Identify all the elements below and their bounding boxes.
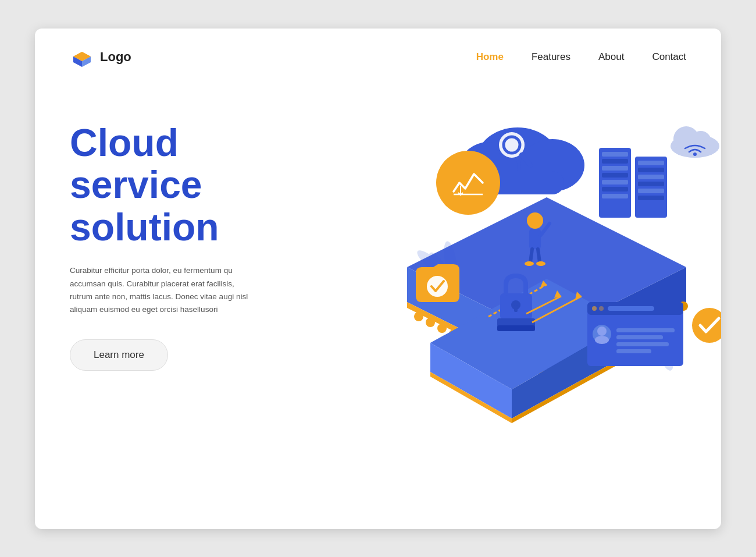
hero-illustration [302,98,686,459]
browser-card [587,302,683,366]
svg-point-74 [527,212,543,229]
hero-section: Cloud service solution Curabitur efficit… [35,81,721,494]
svg-rect-75 [529,229,541,249]
main-nav: Home Features About Contact [476,51,686,63]
hero-description: Curabitur efficitur porta dolor, eu ferm… [70,264,256,316]
learn-more-button[interactable]: Learn more [70,339,168,371]
svg-point-93 [597,327,607,336]
svg-rect-97 [616,342,669,346]
svg-point-94 [595,336,609,344]
logo-area: Logo [70,45,131,69]
svg-line-77 [530,249,532,262]
svg-point-81 [427,276,448,297]
svg-point-79 [525,261,534,266]
server-towers [599,148,667,218]
nav-contact[interactable]: Contact [652,51,686,63]
svg-rect-35 [638,168,664,172]
svg-point-49 [414,312,423,321]
svg-rect-37 [638,182,664,186]
svg-rect-30 [602,180,628,185]
svg-line-78 [538,249,540,262]
svg-rect-38 [638,189,664,193]
svg-point-89 [592,306,597,311]
svg-rect-98 [616,349,651,353]
svg-rect-96 [616,335,663,339]
svg-rect-27 [602,159,628,164]
check-badge-icon [692,308,721,343]
svg-point-50 [426,318,435,327]
illustration-container [302,87,721,459]
hero-title: Cloud service solution [70,122,302,249]
cloud-wifi-icon [671,126,719,158]
cloud-service-illustration [302,87,721,459]
svg-rect-84 [514,305,518,312]
svg-point-99 [692,308,721,343]
logo-text: Logo [100,49,131,65]
svg-rect-95 [616,328,675,332]
svg-rect-91 [608,306,654,311]
svg-rect-34 [638,161,664,165]
header: Logo Home Features About Contact [35,29,721,81]
nav-home[interactable]: Home [476,51,504,63]
svg-rect-26 [602,152,628,157]
svg-point-80 [536,261,545,266]
nav-features[interactable]: Features [532,51,570,63]
analytics-circle [436,151,500,215]
svg-rect-39 [638,196,664,200]
svg-rect-31 [602,187,628,191]
hero-left: Cloud service solution Curabitur efficit… [70,98,302,371]
logo-icon [70,45,94,69]
svg-rect-86 [497,325,535,331]
svg-point-51 [437,324,447,333]
svg-point-43 [693,152,697,156]
svg-rect-28 [602,166,628,171]
svg-rect-36 [638,175,664,179]
page-wrapper: Logo Home Features About Contact Cloud s… [35,29,721,529]
svg-rect-29 [602,173,628,178]
nav-about[interactable]: About [598,51,624,63]
svg-rect-33 [635,157,667,218]
svg-point-90 [599,306,604,311]
svg-rect-32 [602,194,628,198]
folder-check-icon [416,264,459,302]
svg-point-42 [690,131,711,152]
